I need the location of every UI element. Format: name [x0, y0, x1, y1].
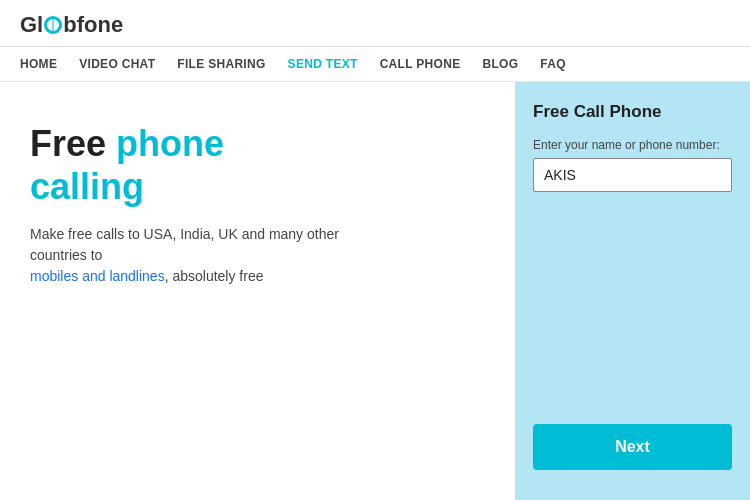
- nav-file-sharing[interactable]: FILE SHARING: [177, 57, 265, 71]
- panel-title: Free Call Phone: [533, 102, 732, 122]
- panel-label: Enter your name or phone number:: [533, 138, 732, 152]
- subtext-suffix: , absolutely free: [165, 268, 264, 284]
- main-content: Free phonecalling Make free calls to USA…: [0, 82, 750, 500]
- nav-video-chat[interactable]: VIDEO CHAT: [79, 57, 155, 71]
- call-panel: Free Call Phone Enter your name or phone…: [515, 82, 750, 500]
- header: Glbfone: [0, 0, 750, 47]
- hero-subtext: Make free calls to USA, India, UK and ma…: [30, 224, 350, 287]
- hero-headline: Free phonecalling: [30, 122, 485, 208]
- nav-call-phone[interactable]: CALL PHONE: [380, 57, 461, 71]
- logo: Glbfone: [20, 12, 123, 38]
- logo-text-after: bfone: [63, 12, 123, 38]
- logo-icon: [44, 16, 62, 34]
- nav-send-text[interactable]: SEND TEXT: [288, 57, 358, 71]
- subtext-mobiles: mobiles and landlines: [30, 268, 165, 284]
- nav-faq[interactable]: FAQ: [540, 57, 566, 71]
- name-phone-input[interactable]: [533, 158, 732, 192]
- nav-blog[interactable]: BLOG: [482, 57, 518, 71]
- navbar: HOME VIDEO CHAT FILE SHARING SEND TEXT C…: [0, 47, 750, 82]
- left-content: Free phonecalling Make free calls to USA…: [0, 82, 515, 500]
- subtext-line1: Make free calls to USA, India, UK and ma…: [30, 226, 339, 263]
- nav-home[interactable]: HOME: [20, 57, 57, 71]
- headline-plain: Free: [30, 123, 116, 164]
- next-button[interactable]: Next: [533, 424, 732, 470]
- logo-text-before: Gl: [20, 12, 43, 38]
